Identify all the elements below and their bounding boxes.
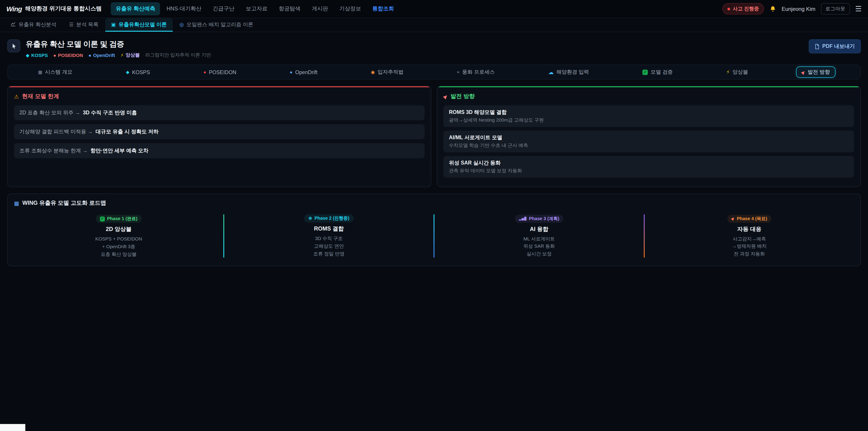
limits-panel-title: ⚠ 현재 모델 한계: [14, 93, 425, 100]
roadmap-panel: ▦ WING 유출유 모델 고도화 로드맵 ✓Phase 1 (완료) 2D 앙…: [7, 193, 861, 267]
future-panel-title: ▶ 발전 방향: [443, 93, 854, 100]
snav-label: 모델 검증: [651, 69, 673, 75]
improvement-item: ROMS 3D 해양모델 결합 광역→상세역 Nesting 200m급 고해상…: [443, 105, 854, 127]
nav-item-reports[interactable]: 보고자료: [241, 2, 272, 16]
phase-line: 위성 SAR 동화: [437, 243, 641, 250]
integration-icon: ⊕: [308, 216, 312, 221]
phase-line: + OpenDrift 3종: [17, 243, 221, 250]
tab-oil-fence-algorithm[interactable]: ◎ 오일펜스 배치 알고리즘 이론: [174, 18, 259, 32]
section-nav: ▦시스템 개요 ◆KOSPS ●POSEIDON ●OpenDrift ◉입자추…: [7, 65, 861, 80]
browser-status-artifact: [0, 424, 25, 431]
phase-line: 실시간 보정: [437, 250, 641, 258]
badge-opendrift: ●OpenDrift: [88, 53, 115, 58]
limits-title-text: 현재 모델 한계: [22, 93, 59, 100]
menu-icon[interactable]: ☰: [855, 4, 862, 13]
limitation-item: 2D 표층 확산 모의 위주 → 3D 수직 구조 반영 미흡: [14, 105, 425, 120]
snav-label: 해양환경 입력: [556, 69, 589, 75]
list-icon: ☰: [69, 22, 73, 27]
snav-ocean-env-input[interactable]: ☁해양환경 입력: [543, 66, 594, 78]
sub-tab-bar: 유출유 확산분석 ☰ 분석 목록 ▣ 유출유확산모델 이론 ◎ 오일펜스 배치 …: [0, 18, 868, 32]
tab-label: 유출유 확산분석: [19, 21, 56, 28]
lightning-icon: ⚡: [726, 70, 730, 74]
phase-line: KOSPS + POSEIDON: [17, 235, 221, 243]
snav-label: 시스템 개요: [45, 69, 72, 75]
snav-label: POSEIDON: [209, 69, 236, 75]
roadmap-phases: ✓Phase 1 (완료) 2D 앙상블 KOSPS + POSEIDON + …: [14, 212, 854, 260]
nav-item-aerial-search[interactable]: 항공탐색: [274, 2, 305, 16]
nav-item-hns-atmospheric[interactable]: HNS·대기확산: [162, 2, 207, 16]
tab-analysis-list[interactable]: ☰ 분석 목록: [63, 18, 104, 32]
top-navigation: Wing 해양환경 위기대응 통합시스템 유출유 확산예측 HNS·대기확산 긴…: [0, 0, 868, 18]
panel-row: ⚠ 현재 모델 한계 2D 표층 확산 모의 위주 → 3D 수직 구조 반영 …: [7, 86, 861, 187]
phase-title: 2D 앙상블: [17, 225, 221, 233]
incident-status-badge[interactable]: 사고 진행중: [722, 3, 764, 14]
badge-ensemble: ⚡앙상블: [121, 52, 140, 58]
topnav-right: 사고 진행중 Eunjeong Kim 로그아웃 ☰: [722, 3, 862, 14]
phase-badge-label: Phase 2 (진행중): [314, 215, 349, 221]
future-title-text: 발전 방향: [451, 93, 475, 100]
snav-future-direction[interactable]: ▶발전 방향: [796, 66, 835, 78]
phase-line: 표층 확산 앙상블: [17, 250, 221, 258]
pdf-export-button[interactable]: PDF 내보내기: [809, 39, 861, 53]
user-name: Eunjeong Kim: [782, 6, 815, 12]
app-title: 해양환경 위기대응 통합시스템: [25, 5, 102, 13]
tab-oil-spill-analysis[interactable]: 유출유 확산분석: [4, 18, 62, 32]
globe-icon: ◎: [180, 22, 184, 27]
roadmap-title: ▦ WING 유출유 모델 고도화 로드맵: [14, 199, 854, 207]
snav-system-overview[interactable]: ▦시스템 개요: [33, 66, 78, 78]
snav-model-validation[interactable]: ✓모델 검증: [637, 66, 678, 78]
snav-opendrift[interactable]: ●OpenDrift: [284, 67, 323, 77]
main-content: 유출유 확산 모델 이론 및 검증 ◆KOSPS ●POSEIDON ●Open…: [0, 32, 868, 267]
snav-ensemble[interactable]: ⚡앙상블: [721, 66, 753, 78]
tab-label: 분석 목록: [76, 21, 98, 28]
snav-label: 입자추적법: [377, 69, 403, 75]
app-logo: Wing: [6, 5, 22, 13]
bar-chart-icon: ▂▅█: [519, 217, 527, 220]
check-icon: ✓: [643, 69, 648, 75]
phase-line: ML 서로게이트: [437, 235, 641, 243]
snav-particle-tracking[interactable]: ◉입자추적법: [366, 66, 409, 78]
phase-badge-label: Phase 3 (계획): [529, 215, 559, 222]
nav-item-oil-spill-prediction[interactable]: 유출유 확산예측: [111, 2, 160, 16]
bell-icon[interactable]: [770, 5, 776, 12]
snav-label: 풍화 프로세스: [462, 69, 495, 75]
phase-column-4: ▶Phase 4 (목표) 자동 대응 사고감지→예측 →방제자원 배치 전 과…: [645, 212, 854, 260]
tab-spill-model-theory[interactable]: ▣ 유출유확산모델 이론: [105, 18, 173, 32]
phase-line: 고해상도 연안: [227, 242, 431, 250]
phase-line: 3D 수직 구조: [227, 235, 431, 242]
page-header: 유출유 확산 모델 이론 및 검증 ◆KOSPS ●POSEIDON ●Open…: [7, 39, 861, 58]
app-root: Wing 해양환경 위기대응 통합시스템 유출유 확산예측 HNS·대기확산 긴…: [0, 0, 868, 431]
nav-item-emergency-rescue[interactable]: 긴급구난: [208, 2, 239, 16]
snav-poseidon[interactable]: ●POSEIDON: [198, 67, 242, 77]
snav-kosps[interactable]: ◆KOSPS: [121, 67, 156, 77]
diamond-icon: ◆: [126, 70, 129, 74]
nav-item-board[interactable]: 게시판: [307, 2, 333, 16]
logout-button[interactable]: 로그아웃: [821, 3, 850, 14]
snav-weathering-process[interactable]: ≈풍화 프로세스: [452, 66, 500, 78]
rocket-icon: ▶: [800, 69, 806, 75]
phase-badge-label: Phase 4 (목표): [737, 215, 767, 222]
badge-poseidon: ●POSEIDON: [53, 53, 83, 58]
page-subtitle: 라그랑지안 입자추적 이론 기반: [145, 52, 211, 58]
phase-line: 조류 정밀 반영: [227, 250, 431, 257]
dot-icon: ●: [204, 70, 206, 74]
snav-label: OpenDrift: [295, 69, 317, 75]
improvement-item: AI/ML 서로게이트 모델 수치모델 학습 기반 수초 내 근사 예측: [443, 131, 854, 152]
phase-title: AI 융합: [437, 225, 641, 233]
incident-dot-icon: [727, 7, 730, 10]
nav-item-integrated-search[interactable]: 통합조회: [367, 2, 399, 16]
primary-nav: 유출유 확산예측 HNS·대기확산 긴급구난 보고자료 항공탐색 게시판 기상정…: [111, 2, 399, 16]
document-icon: [815, 43, 819, 49]
roadmap-title-text: WING 유출유 모델 고도화 로드맵: [22, 199, 106, 207]
improvement-item: 위성 SAR 실시간 동화 관측 유막 데이터 모델 보정 자동화: [443, 156, 854, 178]
nav-item-weather-info[interactable]: 기상정보: [334, 2, 366, 16]
phase-title: ROMS 결합: [227, 225, 431, 233]
wave-icon: ≈: [457, 70, 460, 74]
tab-label: 오일펜스 배치 알고리즘 이론: [186, 21, 253, 28]
brand[interactable]: Wing 해양환경 위기대응 통합시스템: [6, 5, 102, 13]
limitation-item: 기상해양 결합 피드백 미적용 → 대규모 유출 시 정확도 저하: [14, 124, 425, 139]
phase-line: 전 과정 자동화: [647, 250, 851, 258]
future-direction-panel: ▶ 발전 방향 ROMS 3D 해양모델 결합 광역→상세역 Nesting 2…: [437, 86, 861, 187]
phase-badge-label: Phase 1 (완료): [107, 216, 138, 222]
title-wrap: 유출유 확산 모델 이론 및 검증 ◆KOSPS ●POSEIDON ●Open…: [26, 39, 211, 58]
